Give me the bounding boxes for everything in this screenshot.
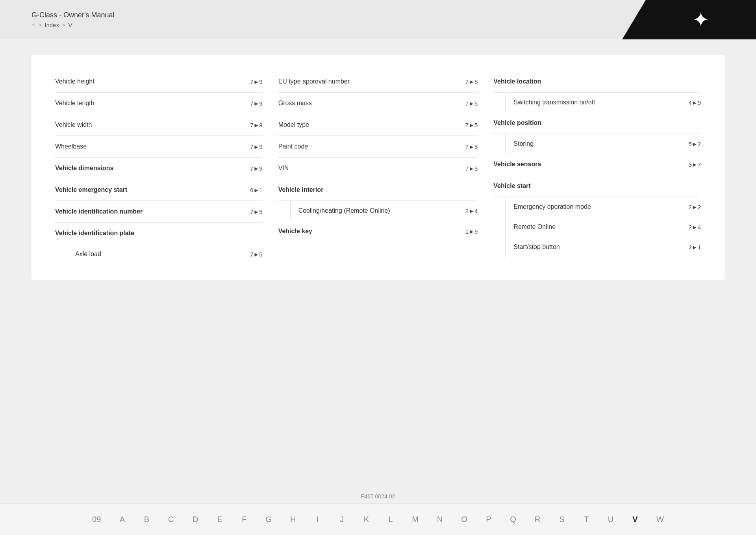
- list-item[interactable]: Remote Online 2►4: [506, 217, 701, 237]
- nav-letter-f[interactable]: F: [238, 513, 250, 526]
- entry-label: Vehicle key: [278, 228, 312, 235]
- entry-page: 7►5: [465, 143, 478, 150]
- list-item[interactable]: Start/stop button 2►1: [506, 237, 701, 257]
- column-3: Vehicle location Switching transmission …: [485, 71, 701, 264]
- nav-letter-m[interactable]: M: [409, 513, 422, 526]
- breadcrumb-v[interactable]: V: [69, 22, 72, 28]
- nav-letter-09[interactable]: 09: [89, 513, 104, 526]
- entry-page: 6►1: [250, 187, 263, 193]
- list-item[interactable]: Vehicle sensors 3►7: [493, 154, 701, 175]
- nav-letter-n[interactable]: N: [434, 513, 446, 526]
- footer-code: F465 0024 02: [361, 493, 395, 500]
- nav-letter-u[interactable]: U: [604, 513, 617, 526]
- header-title: G-Class - Owner's Manual: [32, 11, 115, 19]
- nav-letter-a[interactable]: A: [116, 513, 128, 526]
- header: G-Class - Owner's Manual ⌂ > Index > V ✦: [0, 0, 756, 39]
- entry-label: Vehicle interior: [278, 186, 324, 193]
- nav-letter-e[interactable]: E: [213, 513, 226, 526]
- entry-label: Vehicle length: [55, 100, 94, 107]
- entry-page: 2►2: [688, 204, 701, 210]
- nav-letter-k[interactable]: K: [360, 513, 372, 526]
- entry-page: 7►5: [465, 165, 478, 172]
- list-item[interactable]: Vehicle key 1►9: [278, 221, 478, 242]
- entry-label: Vehicle dimensions: [55, 165, 114, 172]
- nav-letter-v[interactable]: V: [629, 513, 641, 526]
- list-item[interactable]: Model type 7►5: [278, 114, 478, 136]
- entry-page: 2►1: [688, 244, 701, 251]
- vehicle-interior-header: Vehicle interior: [278, 179, 478, 201]
- mercedes-logo: ✦: [692, 8, 710, 32]
- main-content: Vehicle height 7►9 Vehicle length 7►9 Ve…: [32, 55, 724, 280]
- entry-label: Vehicle location: [493, 78, 541, 85]
- sub-entries: Cooling/heating (Remote Online) 2►4: [290, 201, 478, 221]
- entry-label: Vehicle sensors: [493, 161, 541, 168]
- sub-entries: Switching transmission on/off 4►9: [505, 93, 701, 112]
- list-item[interactable]: Vehicle identification number 7►5: [55, 201, 263, 223]
- nav-letter-g[interactable]: G: [262, 513, 275, 526]
- breadcrumb-index[interactable]: Index: [44, 22, 59, 28]
- list-item[interactable]: Gross mass 7►5: [278, 93, 478, 114]
- list-item[interactable]: VIN 7►5: [278, 158, 478, 179]
- list-item[interactable]: Storing 5►2: [506, 134, 701, 154]
- entry-page: 7►5: [465, 78, 478, 85]
- entry-label: Cooling/heating (Remote Online): [298, 207, 390, 214]
- column-2: EU type approval number 7►5 Gross mass 7…: [271, 71, 486, 264]
- entry-page: 7►9: [250, 122, 263, 128]
- list-item[interactable]: EU type approval number 7►5: [278, 71, 478, 93]
- sub-entries: Storing 5►2: [505, 134, 701, 154]
- list-item[interactable]: Emergency operation mode 2►2: [506, 197, 701, 217]
- nav-letter-d[interactable]: D: [189, 513, 202, 526]
- entry-page: 2►4: [688, 224, 701, 230]
- vehicle-identification-plate-header: Vehicle identification plate: [55, 223, 263, 244]
- header-left: G-Class - Owner's Manual ⌂ > Index > V: [32, 11, 115, 29]
- vehicle-start-header: Vehicle start: [493, 175, 701, 197]
- list-item[interactable]: Vehicle length 7►9: [55, 93, 263, 114]
- entry-label: Vehicle width: [55, 121, 92, 128]
- nav-letter-w[interactable]: W: [653, 513, 667, 526]
- home-icon[interactable]: ⌂: [32, 22, 35, 29]
- entry-label: Axle load: [75, 251, 101, 258]
- nav-letter-o[interactable]: O: [458, 513, 471, 526]
- list-item[interactable]: Cooling/heating (Remote Online) 2►4: [291, 201, 478, 221]
- nav-letter-t[interactable]: T: [580, 513, 593, 526]
- nav-letter-p[interactable]: P: [482, 513, 495, 526]
- entry-page: 5►2: [688, 141, 701, 147]
- sub-entries: Emergency operation mode 2►2 Remote Onli…: [505, 197, 701, 257]
- list-item[interactable]: Axle load 7►5: [67, 244, 263, 264]
- list-item[interactable]: Vehicle height 7►9: [55, 71, 263, 93]
- entry-label: Model type: [278, 121, 309, 128]
- nav-letter-i[interactable]: I: [311, 513, 324, 526]
- entry-page: 7►9: [250, 143, 263, 150]
- entry-label: VIN: [278, 165, 289, 172]
- nav-letter-s[interactable]: S: [556, 513, 568, 526]
- entry-page: 2►4: [465, 208, 478, 214]
- list-item[interactable]: Switching transmission on/off 4►9: [506, 93, 701, 112]
- list-item[interactable]: Vehicle emergency start 6►1: [55, 179, 263, 201]
- list-item[interactable]: Vehicle dimensions 7►9: [55, 158, 263, 179]
- vehicle-location-header: Vehicle location: [493, 71, 701, 93]
- entry-label: Wheelbase: [55, 143, 87, 150]
- breadcrumb-sep-1: >: [39, 22, 42, 28]
- vehicle-position-header: Vehicle position: [493, 112, 701, 134]
- entry-label: Vehicle emergency start: [55, 186, 127, 193]
- nav-letter-c[interactable]: C: [165, 513, 177, 526]
- nav-letter-q[interactable]: Q: [507, 513, 519, 526]
- nav-letter-b[interactable]: B: [140, 513, 153, 526]
- entry-page: 7►9: [250, 100, 263, 107]
- nav-letter-j[interactable]: J: [335, 513, 348, 526]
- entry-label: Vehicle position: [493, 119, 541, 126]
- entry-page: 4►9: [688, 99, 701, 106]
- entry-label: Gross mass: [278, 100, 312, 107]
- entry-label: Vehicle identification number: [55, 208, 143, 215]
- nav-letter-r[interactable]: R: [531, 513, 544, 526]
- index-grid: Vehicle height 7►9 Vehicle length 7►9 Ve…: [55, 71, 701, 264]
- list-item[interactable]: Wheelbase 7►9: [55, 136, 263, 158]
- list-item[interactable]: Paint code 7►5: [278, 136, 478, 158]
- entry-label: Start/stop button: [513, 243, 560, 251]
- logo-area: ✦: [622, 0, 756, 39]
- nav-letter-h[interactable]: H: [287, 513, 299, 526]
- bottom-nav: 09 A B C D E F G H I J K L M N O P Q R S…: [0, 503, 756, 535]
- list-item[interactable]: Vehicle width 7►9: [55, 114, 263, 136]
- entry-label: Paint code: [278, 143, 308, 150]
- nav-letter-l[interactable]: L: [384, 513, 397, 526]
